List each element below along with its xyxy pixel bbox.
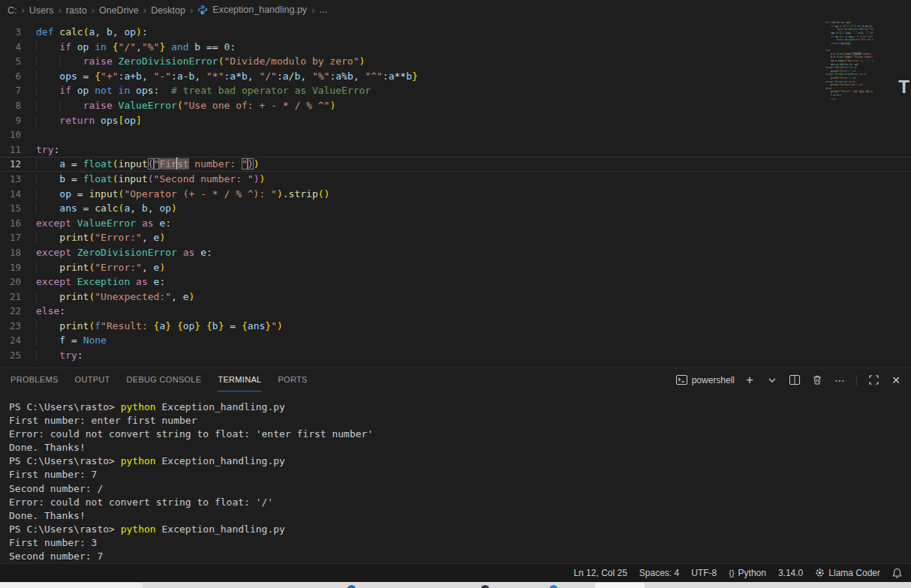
taskbar-highlight[interactable]: [595, 583, 645, 588]
code-token: print: [831, 91, 837, 94]
breadcrumb-segment[interactable]: C:: [8, 5, 17, 16]
code-token: raise: [83, 56, 113, 67]
code-line[interactable]: 23 print(f"Result: {a} {op} {b} = {ans}"…: [0, 319, 911, 334]
notifications-bell[interactable]: [892, 565, 902, 581]
code-token: ZeroDivisionError: [835, 74, 858, 76]
code-token: [825, 52, 831, 56]
python-file-icon: [197, 4, 208, 15]
code-token: op: [159, 202, 171, 214]
code-line[interactable]: 12 a = float(input("First number: ")): [0, 157, 911, 172]
maximize-panel-button[interactable]: [866, 373, 881, 388]
code-line[interactable]: 20except Exception as e:: [0, 274, 911, 290]
code-line[interactable]: 19 print("Error:", e): [0, 260, 911, 275]
code-line[interactable]: 11try:: [0, 142, 911, 158]
chevron-right-icon: ›: [143, 4, 146, 16]
code-token: a: [335, 70, 341, 82]
taskbar-app-icon[interactable]: [549, 585, 558, 588]
kill-terminal-button[interactable]: [810, 373, 825, 388]
code-line[interactable]: 21 print("Unexpected:", e): [0, 290, 911, 304]
status-indentation[interactable]: Spaces: 4: [639, 565, 679, 581]
chevron-right-icon: ›: [190, 4, 193, 16]
breadcrumb-segment[interactable]: Users: [29, 5, 54, 16]
minimap[interactable]: def calc(a, b, op): if op in {"/","%"} a…: [825, 21, 873, 111]
code-token: raise: [83, 100, 113, 111]
code-text: except ValueError as e:: [36, 216, 171, 231]
code-line[interactable]: 25 try:: [0, 348, 911, 363]
close-panel-button[interactable]: ✕: [888, 373, 903, 388]
breadcrumb-symbol-tail[interactable]: ...: [319, 4, 326, 15]
more-actions-button[interactable]: ⋯: [832, 373, 847, 388]
code-line[interactable]: 15 ans = calc(a, b, op): [0, 201, 911, 216]
status-python-version[interactable]: 3.14.0: [778, 565, 803, 581]
code-token: }: [412, 70, 418, 82]
launch-profile-chevron-icon[interactable]: [765, 373, 780, 388]
new-terminal-button[interactable]: +: [742, 373, 757, 388]
code-token: "/": [119, 41, 136, 52]
code-line[interactable]: 13 b = float(input("Second number: ")): [0, 172, 911, 187]
code-line[interactable]: 9 return ops[op]: [0, 113, 911, 128]
breadcrumb-segment[interactable]: OneDrive: [99, 5, 139, 16]
panel-tab-problems[interactable]: PROBLEMS: [11, 368, 59, 392]
code-token: input: [838, 59, 845, 62]
code-line[interactable]: 22else:: [0, 304, 911, 319]
code-token: [36, 232, 59, 243]
split-terminal-button[interactable]: [787, 373, 802, 388]
terminal-text: Exception_handling.py: [156, 455, 285, 466]
code-line[interactable]: 18except ZeroDivisionError as e:: [0, 245, 911, 260]
code-line[interactable]: 10: [0, 128, 911, 142]
code-text: print("Error:", e): [36, 260, 165, 275]
code-token: "Unexpected:": [839, 83, 857, 86]
taskbar-widgets-area[interactable]: [0, 583, 143, 588]
code-token: ,: [130, 202, 142, 214]
panel-tab-debug-console[interactable]: DEBUG CONSOLE: [127, 368, 202, 392]
terminal-text: Error: could not convert string to float…: [9, 496, 273, 508]
code-token: ,: [142, 232, 154, 243]
code-token: [825, 25, 831, 28]
code-token: }: [218, 320, 224, 332]
terminal-command-text: python: [121, 401, 156, 412]
code-token: print: [59, 232, 89, 243]
breadcrumb[interactable]: C:›Users›rasto›OneDrive›Desktop› Excepti…: [0, 0, 911, 20]
code-token: except: [825, 80, 834, 83]
code-line[interactable]: 6 ops = {"+":a+b, "-":a-b, "*":a*b, "/":…: [0, 69, 911, 84]
line-number: 24: [0, 333, 21, 348]
code-token: ): [857, 63, 858, 66]
line-number: 20: [0, 274, 21, 290]
status-encoding[interactable]: UTF-8: [691, 565, 717, 581]
taskbar-app-icon[interactable]: [481, 585, 489, 588]
breadcrumb-segment[interactable]: rasto: [66, 5, 87, 16]
panel-tab-ports[interactable]: PORTS: [278, 368, 307, 392]
line-number: 5: [0, 54, 21, 69]
code-line[interactable]: 5 raise ZeroDivisionError("Divide/modulo…: [0, 54, 911, 69]
code-token: ops: [101, 115, 118, 126]
code-text: try:: [36, 348, 83, 363]
code-line[interactable]: 8 raise ValueError("Use one of: + - * / …: [0, 98, 911, 113]
terminal-output[interactable]: PS C:\Users\rasto> python Exception_hand…: [0, 392, 911, 563]
status-language-mode[interactable]: {} Python: [729, 565, 766, 581]
code-token: [36, 320, 59, 332]
code-token: [825, 63, 831, 66]
code-line[interactable]: 3def calc(a, b, op):: [0, 25, 911, 40]
code-editor[interactable]: 3def calc(a, b, op):4 if op in {"/","%"}…: [0, 20, 911, 368]
code-line[interactable]: 16except ValueError as e:: [0, 216, 911, 231]
terminal-shell-button[interactable]: powershell: [676, 375, 735, 386]
code-token: [177, 247, 183, 258]
code-line[interactable]: 14 op = input("Operator (+ - * / % ^): "…: [0, 187, 911, 202]
line-number: 10: [0, 128, 21, 142]
breadcrumb-file[interactable]: Exception_handling.py: [212, 4, 307, 15]
terminal-line: First number: enter first number: [9, 414, 911, 428]
windows-taskbar[interactable]: [0, 581, 911, 588]
code-token: .: [283, 188, 289, 200]
code-line[interactable]: 17 print("Error:", e): [0, 230, 911, 245]
code-line[interactable]: 24 f = None: [0, 333, 911, 348]
terminal-text: Done. Thanks!: [9, 510, 86, 521]
panel-tab-terminal[interactable]: TERMINAL: [218, 368, 261, 392]
code-line[interactable]: 7 if op not in ops: # treat bad operator…: [0, 83, 911, 98]
status-llama-coder[interactable]: Llama Coder: [815, 565, 880, 581]
taskbar-app-icon[interactable]: [347, 585, 356, 588]
code-line[interactable]: 4 if op in {"/","%"} and b == 0:: [0, 40, 911, 55]
code-token: [165, 41, 171, 52]
breadcrumb-segment[interactable]: Desktop: [151, 5, 185, 16]
panel-tab-output[interactable]: OUTPUT: [75, 368, 110, 392]
status-cursor-position[interactable]: Ln 12, Col 25: [573, 565, 627, 581]
